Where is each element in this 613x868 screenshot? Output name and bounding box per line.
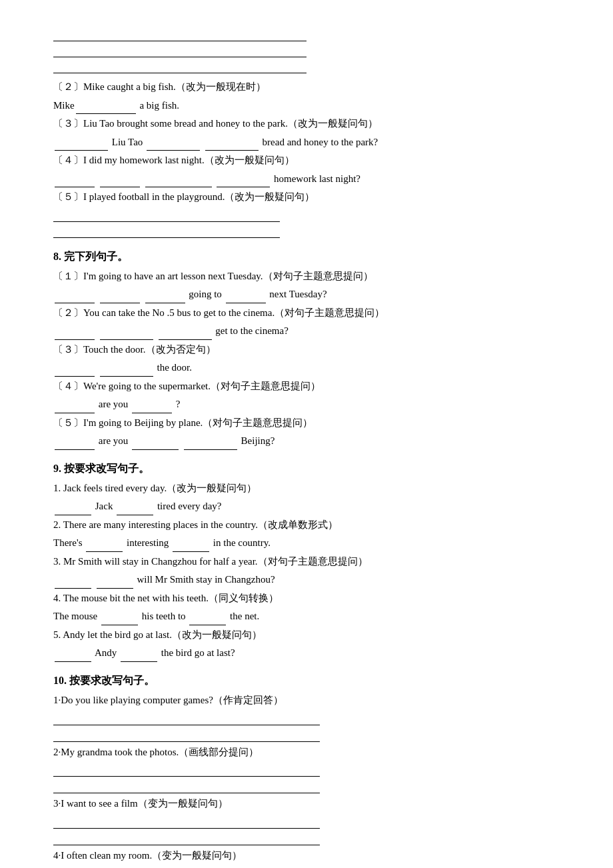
top-blank-2	[53, 43, 306, 57]
q5-item: 〔５〕I played football in the playground.（…	[53, 189, 560, 238]
s8q1-blank2	[100, 291, 140, 303]
s10q1-blank-rows	[53, 711, 560, 742]
s9q2-item: 2. There are many interesting places in …	[53, 517, 560, 552]
q5-blank2	[53, 223, 280, 238]
s8q3-label: 〔３〕Touch the door.（改为否定句）	[53, 341, 560, 359]
s8q3-item: 〔３〕Touch the door.（改为否定句） the door.	[53, 341, 560, 377]
s8q2-blank1	[55, 328, 95, 340]
s9q4-answer-row: The mouse his teeth to the net.	[53, 608, 560, 625]
s8q5-label: 〔５〕I'm going to Beijing by plane.（对句子主题意…	[53, 415, 560, 432]
q3-blank3	[205, 139, 259, 151]
s10q2-item: 2·My grandma took the photos.（画线部分提问）	[53, 744, 560, 794]
s9q1-item: 1. Jack feels tired every day.（改为一般疑问句） …	[53, 480, 560, 515]
q3-answer-row: Liu Tao bread and honey to the park?	[53, 134, 560, 151]
s8q1-label: 〔１〕I'm going to have an art lesson next …	[53, 268, 560, 285]
s8q2-blank2	[100, 328, 153, 340]
q3-blank2	[147, 139, 200, 151]
q4-blank4	[217, 175, 270, 187]
s9q2-blank1	[86, 540, 123, 552]
q5-blank1	[53, 207, 280, 222]
section8-header: 8. 完下列句子。	[53, 247, 560, 265]
s8q4-blank2	[132, 401, 172, 413]
q2-answer-row: Mike a big fish.	[53, 97, 560, 115]
q3-label: 〔３〕Liu Tao brought some bread and honey …	[53, 115, 560, 133]
s9q3-label: 3. Mr Smith will stay in Changzhou for h…	[53, 553, 560, 571]
s9q3-blank2	[97, 577, 133, 589]
s9q1-blank1	[55, 503, 91, 515]
s8q3-blank2	[100, 365, 153, 377]
top-blank-3	[53, 59, 306, 73]
s9q5-blank1	[55, 650, 91, 662]
s9q1-answer-row: Jack tired every day?	[53, 498, 560, 515]
q5-label: 〔５〕I played football in the playground.（…	[53, 189, 560, 206]
section9-header: 9. 按要求改写句子。	[53, 459, 560, 477]
q4-item: 〔４〕I did my homework last night.（改为一般疑问句…	[53, 152, 560, 187]
s8q1-answer-row: going to next Tuesday?	[53, 286, 560, 303]
s8q1-item: 〔１〕I'm going to have an art lesson next …	[53, 268, 560, 303]
q3-item: 〔３〕Liu Tao brought some bread and honey …	[53, 115, 560, 151]
s8q5-blank1	[55, 438, 95, 450]
s10q3-blank1	[53, 814, 320, 829]
s9q1-blank2	[117, 503, 153, 515]
s10q3-item: 3·I want to see a film（变为一般疑问句）	[53, 795, 560, 845]
s8q1-blank3	[145, 291, 185, 303]
s10q3-label: 3·I want to see a film（变为一般疑问句）	[53, 795, 560, 813]
s10q2-blank2	[53, 779, 320, 793]
s9q4-blank2	[189, 613, 226, 625]
q2-blank	[76, 102, 136, 114]
s8q1-blank4	[226, 291, 266, 303]
q4-label: 〔４〕I did my homework last night.（改为一般疑问句…	[53, 152, 560, 169]
s10q2-label: 2·My grandma took the photos.（画线部分提问）	[53, 744, 560, 761]
s8q5-item: 〔５〕I'm going to Beijing by plane.（对句子主题意…	[53, 415, 560, 450]
s8q3-answer-row: the door.	[53, 359, 560, 377]
s9q2-blank2	[173, 540, 209, 552]
q2-item: 〔２〕Mike caught a big fish.（改为一般现在时） Mike…	[53, 79, 560, 114]
s10q1-blank2	[53, 727, 320, 742]
s10q3-blank2	[53, 831, 320, 845]
s9q3-answer-row: will Mr Smith stay in Changzhou?	[53, 571, 560, 589]
s8q4-label: 〔４〕We're going to the supermarket.（对句子主题…	[53, 378, 560, 395]
s10q1-label: 1·Do you like playing computer games?（作肯…	[53, 692, 560, 709]
q4-answer-row: homework last night?	[53, 171, 560, 188]
s10q2-blank1	[53, 762, 320, 777]
section10-header: 10. 按要求改写句子。	[53, 671, 560, 689]
s8q5-blank3	[184, 438, 237, 450]
q4-blank3	[145, 175, 212, 187]
s9q5-answer-row: Andy the bird go at last?	[53, 645, 560, 662]
s10q1-blank1	[53, 711, 320, 725]
s8q2-label: 〔２〕You can take the No .5 bus to get to …	[53, 305, 560, 322]
page-content: 〔２〕Mike caught a big fish.（改为一般现在时） Mike…	[53, 27, 560, 868]
q2-label: 〔２〕Mike caught a big fish.（改为一般现在时）	[53, 79, 560, 96]
q3-blank1	[55, 139, 108, 151]
s8q2-blank3	[159, 328, 212, 340]
s8q4-blank1	[55, 401, 95, 413]
q5-answer-row2	[53, 223, 560, 238]
s9q3-blank1	[55, 577, 91, 589]
s10q4-item: 4·I often clean my room.（变为一般疑问句）	[53, 847, 560, 865]
top-blank-1	[53, 27, 306, 41]
s10q1-item: 1·Do you like playing computer games?（作肯…	[53, 692, 560, 742]
s8q5-blank2	[132, 438, 179, 450]
s9q4-label: 4. The mouse bit the net with his teeth.…	[53, 590, 560, 607]
s8q2-answer-row: get to the cinema?	[53, 323, 560, 340]
s8q4-answer-row: are you ?	[53, 396, 560, 413]
s9q5-blank2	[121, 650, 157, 662]
s10q4-label: 4·I often clean my room.（变为一般疑问句）	[53, 847, 560, 865]
s9q4-blank1	[101, 613, 138, 625]
s8q1-blank1	[55, 291, 95, 303]
top-blank-section	[53, 27, 560, 73]
s8q5-answer-row: are you Beijing?	[53, 433, 560, 450]
s9q4-item: 4. The mouse bit the net with his teeth.…	[53, 590, 560, 625]
q4-blank2	[100, 175, 140, 187]
s9q2-label: 2. There are many interesting places in …	[53, 517, 560, 534]
q5-answer-row	[53, 207, 560, 222]
q4-blank1	[55, 175, 95, 187]
s8q2-item: 〔２〕You can take the No .5 bus to get to …	[53, 305, 560, 340]
s9q5-item: 5. Andy let the bird go at last.（改为一般疑问句…	[53, 627, 560, 662]
s9q2-answer-row: There's interesting in the country.	[53, 535, 560, 552]
s8q4-item: 〔４〕We're going to the supermarket.（对句子主题…	[53, 378, 560, 413]
s9q5-label: 5. Andy let the bird go at last.（改为一般疑问句…	[53, 627, 560, 644]
s9q1-label: 1. Jack feels tired every day.（改为一般疑问句）	[53, 480, 560, 497]
s9q3-item: 3. Mr Smith will stay in Changzhou for h…	[53, 553, 560, 589]
s10q2-blank-rows	[53, 762, 560, 793]
